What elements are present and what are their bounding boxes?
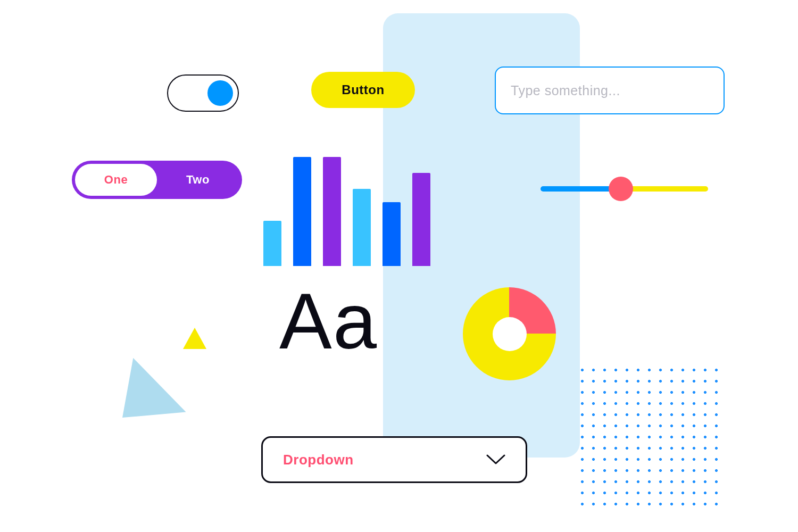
bar (353, 189, 371, 266)
donut-chart (463, 287, 556, 380)
bar-chart (263, 154, 455, 266)
toggle-knob (207, 80, 233, 106)
segment-label: Two (186, 173, 210, 187)
triangle-icon (117, 354, 186, 418)
toggle-switch[interactable] (167, 74, 239, 112)
slider-track-empty (621, 186, 708, 192)
segmented-control[interactable]: One Two (72, 161, 242, 199)
triangle-icon (183, 328, 206, 349)
segment-label: One (104, 173, 128, 187)
bar (293, 157, 311, 266)
bar (323, 157, 341, 266)
primary-button[interactable]: Button (311, 72, 415, 108)
typography-sample: Aa (279, 282, 378, 361)
bar (263, 221, 281, 266)
dot-grid-decoration (577, 364, 720, 508)
input-placeholder: Type something... (511, 83, 620, 98)
button-label: Button (342, 82, 384, 97)
dropdown[interactable]: Dropdown (261, 436, 527, 483)
chevron-down-icon (486, 454, 505, 465)
segment-one[interactable]: One (75, 164, 157, 196)
slider[interactable] (541, 186, 708, 192)
design-canvas: Button Type something... One Two Aa Drop… (0, 0, 798, 532)
segment-two[interactable]: Two (157, 164, 239, 196)
bar (383, 202, 401, 266)
text-input[interactable]: Type something... (495, 66, 725, 114)
dropdown-label: Dropdown (283, 452, 354, 468)
slider-thumb[interactable] (609, 177, 633, 201)
bar (412, 173, 430, 266)
